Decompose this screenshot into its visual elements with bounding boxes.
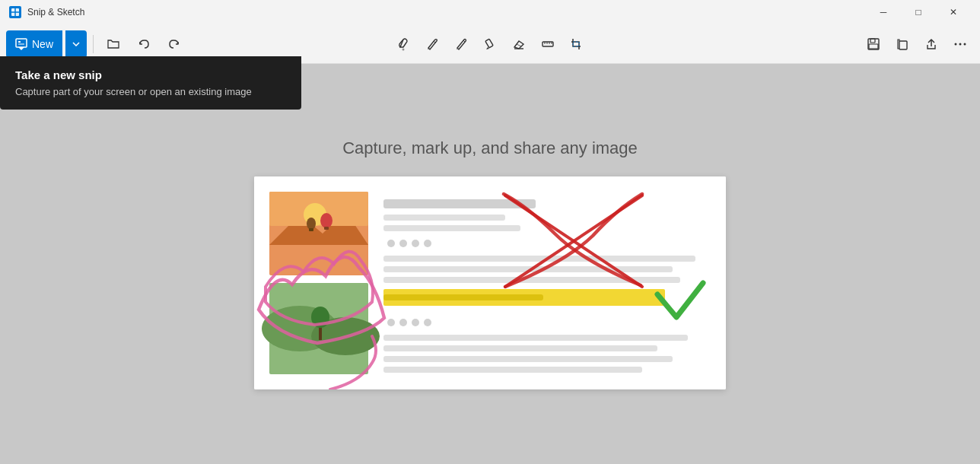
new-snip-tooltip: Take a new snip Capture part of your scr…: [0, 56, 301, 110]
svg-point-53: [399, 319, 407, 326]
redo-icon: [167, 37, 181, 51]
more-icon: [953, 37, 967, 51]
eraser-button[interactable]: [505, 30, 533, 58]
undo-icon: [137, 37, 151, 51]
svg-point-24: [959, 43, 962, 45]
new-snip-icon: [15, 38, 27, 50]
svg-rect-18: [573, 42, 579, 46]
svg-rect-57: [383, 345, 657, 351]
new-button-dropdown[interactable]: [65, 30, 87, 58]
svg-rect-22: [899, 41, 907, 49]
svg-rect-21: [869, 44, 878, 49]
svg-line-9: [463, 40, 465, 42]
svg-rect-5: [18, 41, 21, 43]
title-bar: Snip & Sketch ─ □ ✕: [0, 0, 980, 24]
svg-line-8: [434, 41, 435, 43]
crop-button[interactable]: [563, 30, 590, 58]
svg-rect-59: [383, 367, 642, 373]
svg-rect-41: [383, 215, 505, 221]
svg-rect-47: [383, 256, 695, 262]
markup-illustration: [254, 176, 726, 389]
new-button-label: New: [32, 38, 53, 50]
pencil-button[interactable]: [447, 30, 475, 58]
save-button[interactable]: [860, 30, 887, 58]
redo-button[interactable]: [161, 30, 188, 58]
svg-rect-51: [383, 294, 543, 300]
share-icon: [924, 37, 938, 51]
ruler-button[interactable]: [534, 30, 562, 58]
save-icon: [867, 37, 880, 51]
chevron-down-icon: [72, 42, 80, 46]
svg-rect-34: [309, 228, 313, 231]
pencil-icon: [453, 37, 469, 52]
svg-point-52: [387, 319, 395, 326]
main-headline: Capture, mark up, and share any image: [342, 138, 638, 158]
svg-point-44: [399, 240, 407, 247]
svg-point-25: [964, 43, 966, 45]
separator-1: [93, 35, 94, 53]
svg-rect-56: [383, 335, 688, 341]
drawing-tools: [390, 30, 590, 58]
share-button[interactable]: [918, 30, 945, 58]
svg-point-55: [424, 319, 431, 326]
svg-rect-42: [383, 225, 520, 231]
highlighter-button[interactable]: [476, 30, 504, 58]
ballpoint-pen-button[interactable]: [418, 30, 446, 58]
app-title: Snip & Sketch: [27, 7, 84, 17]
svg-point-43: [387, 240, 395, 247]
svg-point-46: [424, 240, 431, 247]
svg-point-32: [307, 218, 316, 230]
svg-point-31: [320, 213, 332, 228]
maximize-button[interactable]: □: [901, 0, 936, 24]
svg-rect-20: [870, 39, 875, 43]
crop-icon: [569, 37, 584, 52]
ruler-icon: [540, 37, 555, 52]
more-options-button[interactable]: [947, 30, 974, 58]
undo-button[interactable]: [130, 30, 158, 58]
touch-writing-button[interactable]: [390, 30, 417, 58]
main-content: Capture, mark up, and share any image: [0, 64, 980, 464]
svg-point-54: [412, 319, 419, 326]
action-tools: [860, 30, 974, 58]
highlighter-icon: [482, 37, 498, 52]
open-file-button[interactable]: [100, 30, 127, 58]
touch-writing-icon: [396, 37, 411, 52]
svg-point-45: [412, 240, 419, 247]
illustration-card: [254, 176, 726, 389]
ballpoint-pen-icon: [425, 37, 440, 52]
copy-button[interactable]: [889, 30, 916, 58]
window-controls: ─ □ ✕: [866, 0, 971, 24]
svg-point-23: [955, 43, 957, 45]
title-bar-left: Snip & Sketch: [9, 6, 84, 18]
svg-point-7: [402, 48, 405, 50]
tooltip-description: Capture part of your screen or open an e…: [15, 86, 286, 97]
copy-icon: [896, 37, 909, 51]
folder-icon: [107, 37, 120, 51]
svg-line-11: [517, 44, 521, 46]
svg-rect-58: [383, 356, 673, 362]
minimize-button[interactable]: ─: [866, 0, 901, 24]
svg-rect-4: [16, 39, 27, 47]
close-button[interactable]: ✕: [936, 0, 971, 24]
app-icon: [9, 6, 21, 18]
svg-rect-10: [485, 39, 493, 48]
svg-rect-33: [324, 227, 329, 230]
tooltip-title: Take a new snip: [15, 68, 286, 81]
new-button[interactable]: New: [6, 30, 62, 58]
eraser-icon: [511, 37, 527, 52]
